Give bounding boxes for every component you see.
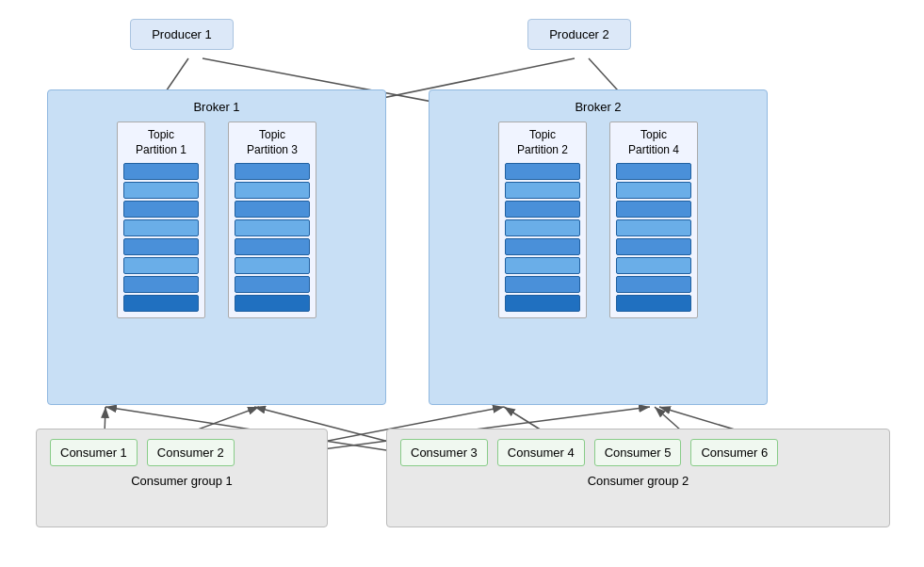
- seg: [505, 295, 580, 312]
- broker2-container: Broker 2 TopicPartition 2 TopicPartiti: [429, 89, 768, 405]
- consumer-5-label: Consumer 5: [605, 446, 672, 460]
- seg: [123, 257, 199, 274]
- consumer-2-label: Consumer 2: [157, 446, 224, 460]
- seg: [505, 257, 580, 274]
- topic-partition-1: TopicPartition 1: [117, 122, 205, 318]
- cg2-label: Consumer group 2: [400, 474, 876, 488]
- seg: [616, 295, 691, 312]
- tp1-segments: [123, 163, 199, 312]
- seg: [235, 201, 310, 218]
- producer2-box: Producer 2: [527, 19, 631, 50]
- seg: [505, 219, 580, 236]
- seg: [235, 238, 310, 255]
- seg: [235, 219, 310, 236]
- consumer-6-label: Consumer 6: [701, 446, 768, 460]
- seg: [123, 163, 199, 180]
- producer1-label: Producer 1: [152, 27, 212, 41]
- consumer-group-2-boxes: Consumer 3 Consumer 4 Consumer 5 Consume…: [400, 439, 876, 466]
- consumer-4-label: Consumer 4: [508, 446, 575, 460]
- seg: [123, 182, 199, 199]
- consumer-1: Consumer 1: [50, 439, 138, 466]
- broker2-label: Broker 2: [439, 100, 757, 114]
- consumer-3-label: Consumer 3: [411, 446, 478, 460]
- seg: [616, 201, 691, 218]
- tp4-label: TopicPartition 4: [616, 128, 691, 157]
- tp4-segments: [616, 163, 691, 312]
- seg: [505, 201, 580, 218]
- seg: [123, 295, 199, 312]
- tp3-segments: [235, 163, 310, 312]
- consumer-1-label: Consumer 1: [60, 446, 127, 460]
- seg: [505, 163, 580, 180]
- consumer-group-1: Consumer 1 Consumer 2 Consumer group 1: [36, 429, 328, 527]
- seg: [123, 276, 199, 293]
- seg: [505, 182, 580, 199]
- seg: [505, 238, 580, 255]
- seg: [616, 163, 691, 180]
- consumer-group-2: Consumer 3 Consumer 4 Consumer 5 Consume…: [386, 429, 890, 527]
- seg: [235, 182, 310, 199]
- diagram-container: Producer 1 Producer 2 Broker 1 TopicPart…: [0, 0, 924, 567]
- seg: [616, 276, 691, 293]
- tp2-segments: [505, 163, 580, 312]
- seg: [123, 201, 199, 218]
- consumer-2: Consumer 2: [147, 439, 235, 466]
- tp3-label: TopicPartition 3: [235, 128, 310, 157]
- broker1-label: Broker 1: [57, 100, 376, 114]
- seg: [235, 295, 310, 312]
- seg: [616, 219, 691, 236]
- seg: [616, 182, 691, 199]
- tp1-label: TopicPartition 1: [123, 128, 199, 157]
- topic-partition-2: TopicPartition 2: [498, 122, 587, 318]
- seg: [616, 238, 691, 255]
- producer1-box: Producer 1: [130, 19, 234, 50]
- topic-partition-4: TopicPartition 4: [609, 122, 698, 318]
- producer2-label: Producer 2: [549, 27, 609, 41]
- topic-partition-3: TopicPartition 3: [228, 122, 316, 318]
- seg: [235, 276, 310, 293]
- consumer-3: Consumer 3: [400, 439, 488, 466]
- consumer-6: Consumer 6: [690, 439, 778, 466]
- consumer-5: Consumer 5: [594, 439, 682, 466]
- cg1-label: Consumer group 1: [50, 474, 314, 488]
- consumer-4: Consumer 4: [497, 439, 585, 466]
- broker1-container: Broker 1 TopicPartition 1 TopicPartiti: [47, 89, 386, 405]
- seg: [235, 163, 310, 180]
- seg: [235, 257, 310, 274]
- seg: [123, 219, 199, 236]
- seg: [616, 257, 691, 274]
- tp2-label: TopicPartition 2: [505, 128, 580, 157]
- seg: [123, 238, 199, 255]
- consumer-group-1-boxes: Consumer 1 Consumer 2: [50, 439, 314, 466]
- seg: [505, 276, 580, 293]
